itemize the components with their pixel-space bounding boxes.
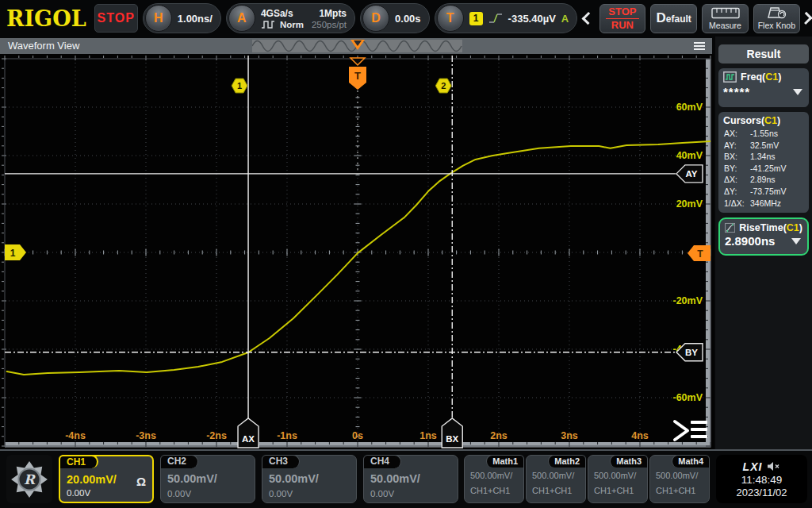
system-status-card[interactable]: LXI 11:48:49 2023/11/02 bbox=[716, 455, 807, 503]
utility-menu-button[interactable]: R bbox=[6, 455, 52, 503]
math4-expression: CH1+CH1 bbox=[656, 486, 695, 495]
math1-card[interactable]: Math1 500.00mV/ CH1+CH1 bbox=[464, 455, 524, 503]
channel3-tab[interactable]: CH3 bbox=[262, 455, 300, 468]
svg-text:1ns: 1ns bbox=[419, 430, 437, 441]
default-button[interactable]: Default bbox=[650, 4, 697, 33]
ruler-icon bbox=[711, 7, 740, 19]
channel4-card[interactable]: CH4 50.00mV/ 0.00V bbox=[363, 455, 458, 503]
channel2-offset: 0.00V bbox=[167, 489, 191, 498]
channel3-offset: 0.00V bbox=[269, 489, 293, 498]
measure-button[interactable]: Measure bbox=[702, 4, 749, 33]
cursor-ay-badge[interactable]: AY bbox=[676, 165, 703, 183]
math2-scale: 500.00mV/ bbox=[532, 471, 574, 480]
knob-icon bbox=[766, 6, 787, 19]
toolbar-prev-icon[interactable] bbox=[582, 12, 595, 25]
math3-tab[interactable]: Math3 bbox=[610, 455, 648, 468]
waveform-view-header: Waveform View bbox=[0, 38, 712, 54]
cursors-result-card[interactable]: Cursors(C1) AX:-1.55ns AY:32.5mV BX:1.34… bbox=[718, 112, 809, 213]
clock-date: 2023/11/02 bbox=[736, 487, 787, 498]
svg-text:-60mV: -60mV bbox=[672, 392, 703, 403]
horizontal-scale-group[interactable]: H 1.00ns/ bbox=[143, 3, 221, 33]
risetime-result-card[interactable]: RiseTime(C1) 2.8900ns bbox=[718, 217, 809, 256]
stop-run-button[interactable]: STOP RUN bbox=[599, 4, 646, 33]
trigger-auto-flag: A bbox=[561, 13, 569, 25]
speaker-muted-icon[interactable] bbox=[767, 461, 780, 471]
svg-text:-2ns: -2ns bbox=[206, 430, 227, 441]
svg-text:2ns: 2ns bbox=[490, 430, 508, 441]
math2-card[interactable]: Math2 500.00mV/ CH1+CH1 bbox=[526, 455, 586, 503]
channel2-tab[interactable]: CH2 bbox=[160, 455, 198, 468]
delay-knob[interactable]: D bbox=[362, 5, 389, 32]
horizontal-position-ruler[interactable] bbox=[252, 40, 462, 52]
flex-knob-button[interactable]: Flex Knob bbox=[753, 4, 800, 33]
acquire-knob[interactable]: A bbox=[228, 5, 255, 32]
bottom-status-bar: R CH1 20.00mV/ Ω 0.00V CH2 50.00mV/ 0.00… bbox=[0, 449, 812, 508]
sample-rate: 4GSa/s bbox=[261, 8, 304, 19]
toolbar-next-icon[interactable] bbox=[799, 12, 812, 25]
channel4-offset: 0.00V bbox=[370, 489, 394, 498]
cursor-a-marker[interactable]: 1 bbox=[232, 79, 247, 93]
clock-time: 11:48:49 bbox=[741, 474, 783, 486]
cursor-row-bx: BX:1.34ns bbox=[718, 151, 809, 163]
math4-tab[interactable]: Math4 bbox=[672, 455, 710, 468]
math1-scale: 500.00mV/ bbox=[470, 471, 512, 480]
channel1-tab[interactable]: CH1 bbox=[59, 455, 98, 468]
rising-edge-icon bbox=[488, 12, 503, 25]
svg-text:20mV: 20mV bbox=[676, 198, 703, 210]
svg-text:-1ns: -1ns bbox=[277, 430, 297, 441]
freq-dropdown-icon[interactable] bbox=[793, 89, 802, 95]
waveform-plot[interactable]: -4ns -3ns -2ns -1ns 0s 1ns 2ns 3ns 4ns 6… bbox=[0, 54, 714, 449]
freq-result-card[interactable]: Freq(C1) ***** bbox=[718, 68, 809, 107]
cursor-row-ay: AY:32.5mV bbox=[718, 140, 809, 152]
math3-card[interactable]: Math3 500.00mV/ CH1+CH1 bbox=[588, 455, 648, 503]
trigger-level-value: -335.40µV bbox=[508, 13, 556, 25]
cursor-row-ax: AX:-1.55ns bbox=[718, 128, 809, 140]
channel1-card[interactable]: CH1 20.00mV/ Ω 0.00V bbox=[59, 455, 154, 503]
channel4-tab[interactable]: CH4 bbox=[363, 455, 401, 468]
oscilloscope-screen: RIGOL STOP H 1.00ns/ A 4GSa/s 1Mpts Norm… bbox=[0, 0, 812, 508]
cursor-row-dy: ΔY:-73.75mV bbox=[718, 186, 809, 198]
default-label-rest: efault bbox=[666, 13, 691, 25]
acquisition-status-badge: STOP bbox=[94, 4, 138, 33]
rigol-logo: RIGOL bbox=[6, 8, 86, 29]
counter-icon bbox=[723, 71, 737, 83]
svg-text:-3ns: -3ns bbox=[136, 430, 156, 441]
trigger-level-marker[interactable]: T bbox=[688, 245, 710, 261]
svg-text:T: T bbox=[354, 70, 361, 82]
svg-text:2: 2 bbox=[441, 81, 446, 90]
cursor-row-inv-dx: 1/ΔX:346MHz bbox=[718, 198, 809, 210]
math3-scale: 500.00mV/ bbox=[594, 471, 636, 480]
top-toolbar: RIGOL STOP H 1.00ns/ A 4GSa/s 1Mpts Norm… bbox=[0, 0, 812, 37]
waveform-area: Waveform View bbox=[0, 37, 715, 449]
channel3-card[interactable]: CH3 50.00mV/ 0.00V bbox=[262, 455, 357, 503]
delay-group[interactable]: D 0.00s bbox=[360, 3, 430, 33]
risetime-dropdown-icon[interactable] bbox=[791, 238, 801, 244]
svg-text:AX: AX bbox=[242, 434, 255, 444]
svg-text:AY: AY bbox=[686, 169, 698, 179]
cursor-ax-badge[interactable]: AX bbox=[238, 418, 259, 448]
plot-menu-icon[interactable] bbox=[675, 421, 707, 440]
svg-text:1: 1 bbox=[10, 248, 16, 259]
channel2-card[interactable]: CH2 50.00mV/ 0.00V bbox=[160, 455, 255, 503]
cursor-row-dx: ΔX:2.89ns bbox=[718, 174, 809, 186]
memory-depth: 1Mpts bbox=[312, 8, 347, 19]
math2-tab[interactable]: Math2 bbox=[548, 455, 586, 468]
time-resolution: 250ps/pt bbox=[312, 20, 347, 29]
svg-text:-4ns: -4ns bbox=[65, 430, 86, 441]
acquire-mode: Norm bbox=[261, 20, 304, 29]
math1-tab[interactable]: Math1 bbox=[486, 455, 524, 468]
channel1-level-marker[interactable]: 1 bbox=[5, 244, 26, 260]
math3-expression: CH1+CH1 bbox=[594, 486, 634, 495]
cursor-bx-badge[interactable]: BX bbox=[442, 418, 462, 448]
waveform-menu-icon[interactable] bbox=[694, 42, 705, 52]
trigger-group[interactable]: T 1 -335.40µV A bbox=[435, 3, 578, 33]
impedance-label: Ω bbox=[136, 475, 146, 488]
acquire-group[interactable]: A 4GSa/s 1Mpts Norm 250ps/pt bbox=[226, 3, 355, 33]
channel1-scale: 20.00mV/ bbox=[67, 473, 117, 486]
horizontal-knob[interactable]: H bbox=[145, 5, 172, 32]
cursor-b-marker[interactable]: 2 bbox=[435, 79, 451, 93]
channel3-scale: 50.00mV/ bbox=[269, 472, 319, 485]
trigger-knob[interactable]: T bbox=[437, 5, 464, 32]
svg-text:1: 1 bbox=[237, 81, 242, 90]
math4-card[interactable]: Math4 500.00mV/ CH1+CH1 bbox=[649, 455, 710, 503]
